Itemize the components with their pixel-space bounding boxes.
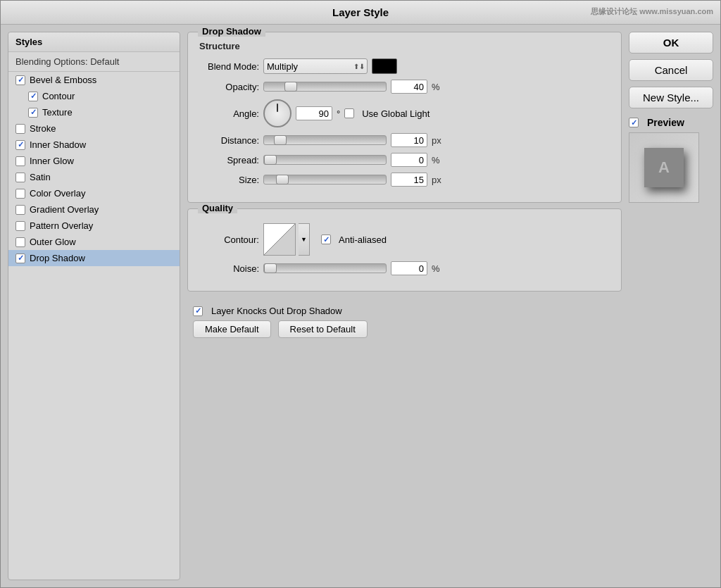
pattern-overlay-checkbox[interactable]	[15, 221, 25, 231]
contour-label: Contour:	[199, 234, 259, 245]
spread-row: Spread: %	[199, 153, 610, 167]
quality-section-title: Quality	[198, 203, 237, 213]
size-label: Size:	[199, 175, 259, 185]
angle-input[interactable]	[296, 106, 332, 120]
left-panel: Styles Blending Options: Default Bevel &…	[8, 32, 180, 580]
knocks-out-row: Layer Knocks Out Drop Shadow	[193, 306, 616, 316]
texture-checkbox[interactable]	[28, 108, 38, 118]
blend-mode-select-wrapper: NormalDissolveDarkenMultiplyColor BurnLi…	[263, 58, 368, 74]
contour-row: Contour: ▼ Anti-aliased	[199, 223, 610, 256]
layer-style-dialog: Layer Style 思缘设计论坛 www.missyuan.com Styl…	[0, 0, 721, 588]
shadow-color-swatch[interactable]	[372, 58, 397, 74]
blending-options-item[interactable]: Blending Options: Default	[8, 52, 180, 72]
blend-mode-row: Blend Mode: NormalDissolveDarkenMultiply…	[199, 58, 610, 74]
sidebar-item-gradient-overlay[interactable]: Gradient Overlay	[8, 201, 180, 218]
sidebar-item-texture[interactable]: Texture	[8, 104, 180, 120]
noise-unit: %	[432, 263, 444, 274]
noise-input[interactable]	[391, 261, 427, 275]
right-panel: OK Cancel New Style... Preview A	[629, 32, 713, 580]
spread-label: Spread:	[199, 155, 259, 165]
style-items-list: Bevel & EmbossContourTextureStrokeInner …	[8, 72, 180, 266]
drop-shadow-checkbox[interactable]	[15, 254, 25, 263]
footer-area: Layer Knocks Out Drop Shadow Make Defaul…	[187, 297, 622, 341]
color-overlay-checkbox[interactable]	[15, 189, 25, 199]
spread-slider[interactable]	[263, 155, 387, 165]
preview-letter: A	[658, 158, 670, 177]
dialog-title: Layer Style	[332, 6, 389, 18]
inner-shadow-label: Inner Shadow	[30, 139, 86, 150]
preview-section: Preview A	[629, 117, 713, 203]
opacity-slider[interactable]	[263, 82, 387, 92]
stroke-checkbox[interactable]	[15, 124, 25, 134]
opacity-label: Opacity:	[199, 82, 259, 92]
gradient-overlay-checkbox[interactable]	[15, 205, 25, 215]
quality-section: Quality Contour: ▼	[187, 208, 622, 292]
reset-to-default-button[interactable]: Reset to Default	[278, 320, 368, 338]
sidebar-item-inner-shadow[interactable]: Inner Shadow	[8, 137, 180, 153]
cancel-button[interactable]: Cancel	[629, 59, 713, 81]
use-global-light-checkbox[interactable]	[344, 108, 354, 118]
sidebar-item-pattern-overlay[interactable]: Pattern Overlay	[8, 218, 180, 234]
distance-slider[interactable]	[263, 135, 387, 145]
ok-button[interactable]: OK	[629, 32, 713, 54]
preview-label-row: Preview	[629, 117, 713, 128]
distance-thumb[interactable]	[274, 135, 287, 145]
contour-checkbox[interactable]	[28, 92, 38, 101]
new-style-button[interactable]: New Style...	[629, 87, 713, 108]
dialog-body: Styles Blending Options: Default Bevel &…	[1, 25, 720, 587]
knocks-out-checkbox[interactable]	[193, 306, 203, 316]
sidebar-item-color-overlay[interactable]: Color Overlay	[8, 185, 180, 201]
blend-mode-label: Blend Mode:	[199, 61, 259, 72]
sidebar-item-bevel-emboss[interactable]: Bevel & Emboss	[8, 72, 180, 88]
noise-slider[interactable]	[263, 263, 387, 273]
distance-label: Distance:	[199, 135, 259, 146]
sidebar-item-contour[interactable]: Contour	[8, 88, 180, 104]
texture-label: Texture	[42, 107, 73, 118]
use-global-light-label: Use Global Light	[362, 108, 430, 119]
use-global-light-row: Use Global Light	[344, 108, 430, 119]
gradient-overlay-label: Gradient Overlay	[30, 204, 99, 215]
size-input[interactable]	[391, 173, 427, 187]
contour-label: Contour	[42, 91, 75, 101]
anti-aliased-checkbox[interactable]	[321, 234, 331, 244]
satin-label: Satin	[30, 172, 51, 182]
preview-canvas: A	[629, 132, 699, 203]
bevel-emboss-checkbox[interactable]	[15, 75, 25, 85]
sidebar-item-inner-glow[interactable]: Inner Glow	[8, 153, 180, 169]
outer-glow-checkbox[interactable]	[15, 237, 25, 247]
styles-header: Styles	[8, 32, 180, 52]
distance-input[interactable]	[391, 133, 427, 147]
pattern-overlay-label: Pattern Overlay	[30, 220, 93, 231]
bevel-emboss-label: Bevel & Emboss	[30, 75, 96, 85]
color-overlay-label: Color Overlay	[30, 188, 85, 199]
spread-thumb[interactable]	[264, 155, 277, 165]
size-thumb[interactable]	[276, 175, 289, 184]
watermark: 思缘设计论坛 www.missyuan.com	[591, 6, 713, 17]
angle-dial[interactable]	[263, 99, 291, 127]
opacity-input[interactable]	[391, 80, 427, 94]
opacity-thumb[interactable]	[284, 82, 297, 92]
center-panel: Drop Shadow Structure Blend Mode: Normal…	[187, 32, 622, 580]
make-default-button[interactable]: Make Default	[193, 320, 271, 338]
noise-thumb[interactable]	[264, 263, 277, 273]
sidebar-item-stroke[interactable]: Stroke	[8, 120, 180, 137]
blend-mode-select[interactable]: NormalDissolveDarkenMultiplyColor BurnLi…	[263, 58, 368, 74]
size-slider[interactable]	[263, 175, 387, 184]
inner-glow-checkbox[interactable]	[15, 156, 25, 166]
contour-dropdown-btn[interactable]: ▼	[299, 223, 310, 256]
sidebar-item-satin[interactable]: Satin	[8, 169, 180, 185]
anti-aliased-label: Anti-aliased	[339, 234, 387, 245]
satin-checkbox[interactable]	[15, 173, 25, 182]
structure-subtitle: Structure	[199, 41, 610, 51]
stroke-label: Stroke	[30, 123, 56, 134]
spread-unit: %	[432, 155, 444, 165]
spread-input[interactable]	[391, 153, 427, 167]
noise-row: Noise: %	[199, 261, 610, 275]
size-unit: px	[432, 175, 444, 185]
sidebar-item-outer-glow[interactable]: Outer Glow	[8, 234, 180, 250]
inner-shadow-checkbox[interactable]	[15, 140, 25, 150]
distance-row: Distance: px	[199, 133, 610, 147]
contour-preview[interactable]	[263, 223, 296, 256]
preview-checkbox[interactable]	[629, 118, 639, 127]
sidebar-item-drop-shadow[interactable]: Drop Shadow	[8, 250, 180, 266]
